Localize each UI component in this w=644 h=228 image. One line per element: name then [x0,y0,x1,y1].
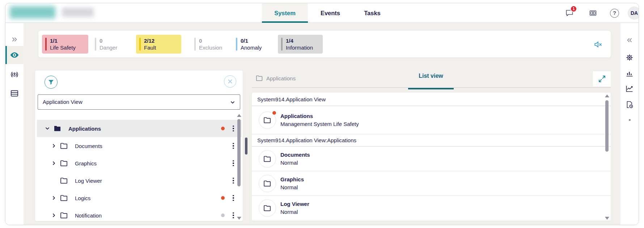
left-sidebar [5,23,24,225]
status-label: Information [286,44,319,51]
tree-node-label: Applications [68,126,101,132]
chevron-down-icon [230,100,236,105]
top-bar: System Events Tasks 1 ? DA [5,3,639,23]
folder-icon [263,155,272,163]
status-count: 1/4 [286,37,319,44]
status-count: 0/1 [241,37,268,44]
status-label: Life Safety [50,44,85,51]
kebab-menu-icon[interactable] [231,178,236,184]
sidebar-item-events[interactable] [5,66,24,84]
kebab-menu-icon[interactable] [231,195,236,201]
folder-icon [263,179,272,188]
twisty-empty [51,178,57,183]
list-item-applications[interactable]: Applications Management System Life Safe… [252,106,611,134]
scrollbar-thumb[interactable] [605,100,609,152]
clear-filter-button[interactable] [224,75,236,88]
mute-button[interactable] [593,40,603,49]
close-icon [227,79,233,84]
status-bar-color [139,38,141,51]
tree-node-logics[interactable]: Logics [37,189,242,207]
event-summary-bar: 1/1 Life Safety 0 Danger 2/12 Fault 0 Ex… [38,31,611,58]
system-browser-panel: Application View Applications [35,71,243,221]
status-danger[interactable]: 0 Danger [92,35,128,54]
user-avatar[interactable]: DA [628,7,639,20]
scroll-up-arrow[interactable] [237,114,241,117]
folder-icon [60,211,68,220]
trends-button[interactable] [620,80,639,98]
chevron-right-icon[interactable] [51,160,57,166]
status-exclusion[interactable]: 0 Exclusion [191,35,230,54]
tree-node-graphics[interactable]: Graphics [37,155,242,172]
chevron-down-icon[interactable] [45,126,50,131]
chevron-right-icon[interactable] [51,143,57,149]
folder-icon [60,176,68,185]
tab-list-view[interactable]: List view [408,73,454,79]
kebab-menu-icon[interactable] [231,160,236,166]
expand-pane-button[interactable] [593,71,611,86]
status-anomaly[interactable]: 0/1 Anomaly [233,35,272,54]
list-scrollbar[interactable] [605,94,610,220]
item-subtitle: Normal [280,208,309,215]
alert-dot-empty [221,179,225,182]
help-icon[interactable]: ? [610,9,619,18]
filter-button[interactable] [45,76,58,89]
status-life-safety[interactable]: 1/1 Life Safety [42,35,88,54]
scrollbar-thumb[interactable] [237,119,241,186]
product-logo [62,8,94,17]
view-selector-dropdown[interactable]: Application View [38,94,240,110]
collapse-panel-button[interactable] [620,31,639,49]
more-indicator-dot [620,111,639,129]
tree-node-log-viewer[interactable]: Log Viewer [37,172,242,189]
list-group-header: System914.Application View:Applications [252,134,611,147]
notification-badge: 1 [570,5,577,12]
scroll-down-arrow[interactable] [237,217,241,220]
list-item-documents[interactable]: Documents Normal [252,147,611,171]
primary-pane-header: Applications List view [252,72,611,88]
expand-diagonal-icon [598,75,606,83]
tree-node-documents[interactable]: Documents [37,137,242,155]
panel-splitter-handle[interactable] [245,138,247,155]
breadcrumb[interactable]: Applications [255,74,296,82]
sidebar-item-system-view[interactable] [5,46,24,64]
alert-dot [221,196,225,200]
list-item-graphics[interactable]: Graphics Normal [252,171,611,196]
item-subtitle: Management System Life Safety [280,121,359,127]
kebab-menu-icon[interactable] [231,212,236,219]
chevron-right-icon[interactable] [51,212,57,218]
kebab-menu-icon[interactable] [231,143,236,149]
tab-events[interactable]: Events [312,3,348,23]
tab-tasks[interactable]: Tasks [354,3,390,23]
app-window: System Events Tasks 1 ? DA [5,3,639,225]
status-fault[interactable]: 2/12 Fault [136,35,181,54]
bar-chart-icon [625,69,634,78]
chevron-right-icon[interactable] [51,195,57,201]
tree-node-notification[interactable]: Notification [37,207,242,221]
report-clock-icon [625,100,634,109]
tree-node-label: Log Viewer [75,178,102,184]
alarm-broadcast-icon [10,70,19,79]
scroll-up-arrow[interactable] [605,94,609,97]
status-information[interactable]: 1/4 Information [278,35,323,54]
status-label: Danger [99,44,124,51]
tree-node-label: Notification [75,212,102,219]
kebab-menu-icon[interactable] [231,126,236,132]
folder-icon [60,159,68,168]
split-view-icon[interactable] [589,9,597,17]
sidebar-item-devices[interactable] [5,84,24,102]
tree-node-applications[interactable]: Applications [37,120,242,137]
status-label: Exclusion [199,44,226,51]
status-label: Fault [144,44,178,51]
right-sidebar [620,23,639,225]
settings-button[interactable] [620,48,639,67]
trend-chart-icon [625,84,634,93]
list-item-log-viewer[interactable]: Log Viewer Normal [252,196,611,220]
tree-node-label: Logics [75,195,90,201]
scroll-down-arrow[interactable] [605,217,609,220]
item-subtitle: Normal [280,159,310,166]
status-count: 0 [99,37,124,44]
status-label: Anomaly [241,44,268,51]
folder-icon [263,116,272,124]
tab-system[interactable]: System [262,3,308,23]
tree-scrollbar[interactable] [237,114,242,220]
tree-node-label: Documents [75,143,102,149]
